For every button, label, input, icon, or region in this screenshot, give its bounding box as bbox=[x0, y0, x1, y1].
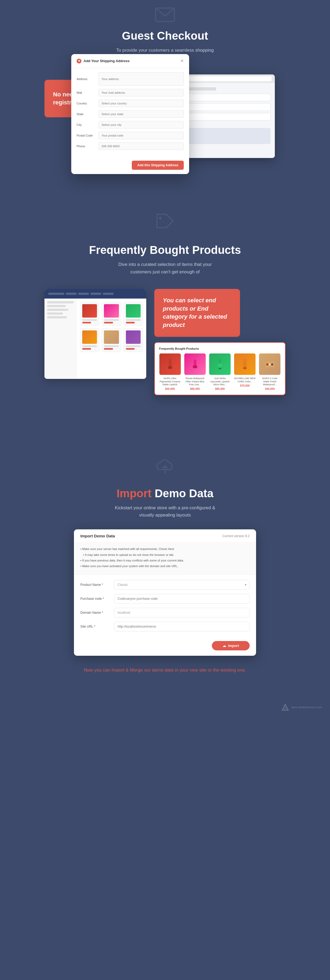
product-price-bar bbox=[82, 322, 91, 323]
country-input[interactable] bbox=[99, 100, 184, 107]
product-price-bar bbox=[126, 322, 135, 323]
phone-field-row: Phone bbox=[77, 142, 184, 150]
import-demo-subtitle: Kickstart your online store with a pre-c… bbox=[109, 504, 221, 519]
lipstick-svg bbox=[163, 358, 177, 371]
import-note-2: • If you have previous data, then it may… bbox=[80, 558, 250, 563]
site-url-row: Site URL * bbox=[80, 622, 250, 632]
product-name-3: MAYBELLINE NEW YORK Color... bbox=[234, 377, 256, 383]
product-item-4: MARS 5 Color Matte Finish Waterproof... … bbox=[259, 353, 281, 390]
sidebar-category bbox=[47, 309, 68, 311]
domain-name-input[interactable] bbox=[114, 608, 250, 617]
product-image bbox=[82, 304, 97, 318]
import-version: Current version 8.2 bbox=[222, 534, 250, 538]
product-price-bar bbox=[104, 322, 113, 323]
guest-checkout-section: Guest Checkout To provide your customers… bbox=[0, 0, 330, 206]
svg-point-15 bbox=[271, 363, 273, 366]
products-mockup: Frequently Bought Products MARS Ultra Pi… bbox=[154, 342, 285, 395]
purchase-code-label: Purchase code * bbox=[80, 597, 110, 601]
svg-point-14 bbox=[269, 363, 271, 366]
product-image bbox=[104, 304, 119, 318]
product-img-1 bbox=[184, 353, 206, 375]
phone-input[interactable] bbox=[99, 142, 184, 150]
import-rest: Demo Data bbox=[151, 487, 214, 500]
modal-footer: Add this Shipping Address bbox=[71, 158, 189, 174]
city-input[interactable] bbox=[99, 121, 184, 129]
product-price-0: $40,000 bbox=[165, 387, 175, 390]
svg-rect-10 bbox=[243, 359, 247, 368]
product-name-select-wrapper: Classic bbox=[114, 580, 250, 590]
product-image bbox=[126, 331, 140, 344]
state-input[interactable] bbox=[99, 110, 184, 118]
city-field-row: City bbox=[77, 121, 184, 129]
guest-checkout-title: Guest Checkout bbox=[122, 29, 208, 42]
state-field-row: State bbox=[77, 110, 184, 118]
product-img-3 bbox=[234, 353, 255, 375]
sidebar-category bbox=[47, 305, 65, 307]
shop-sidebar bbox=[45, 299, 77, 379]
product-item-3: MAYBELLINE NEW YORK Color... $70,000 bbox=[234, 353, 256, 390]
address-input[interactable] bbox=[99, 72, 184, 86]
import-btn-row: ☁ Import bbox=[74, 641, 256, 656]
product-item-2: Just Herbs Ayurvedic Lipstick Micro Mini… bbox=[209, 353, 231, 390]
import-form: Product Name * Classic Purchase code * D… bbox=[74, 574, 256, 641]
address-field-row: Address bbox=[77, 72, 184, 86]
frequently-bought-content: You can select end products or End categ… bbox=[45, 289, 285, 412]
product-name-1: Renee Bollywood Filter Instant Blue Fine… bbox=[184, 377, 206, 387]
import-note-1: • It may take some times to upload so do… bbox=[80, 553, 250, 557]
import-button[interactable]: ☁ Import bbox=[212, 641, 250, 651]
product-name-bar bbox=[82, 319, 97, 321]
shop-product-card bbox=[102, 302, 121, 326]
modal-body: Address Mail Country State bbox=[71, 68, 189, 158]
import-demo-section: Import Demo Data Kickstart your online s… bbox=[0, 450, 330, 700]
svg-point-11 bbox=[243, 367, 247, 369]
modal-box: ✚ Add Your Shipping Address ✕ Address Ma… bbox=[71, 54, 189, 174]
product-img-4 bbox=[259, 353, 281, 375]
site-url-label: Site URL * bbox=[80, 625, 110, 628]
postal-input[interactable] bbox=[99, 132, 184, 139]
product-name-bar bbox=[126, 345, 140, 347]
city-label: City bbox=[77, 123, 96, 126]
import-note-0: • Make sure your server has matched with… bbox=[80, 547, 250, 551]
import-mockup-container: Import Demo Data Current version 8.2 • M… bbox=[74, 529, 256, 656]
product-name-2: Just Herbs Ayurvedic Lipstick Micro Mini… bbox=[209, 377, 231, 387]
shop-product-card bbox=[102, 328, 121, 352]
sidebar-category bbox=[47, 312, 63, 315]
sidebar-category bbox=[47, 301, 74, 303]
postal-field-row: Postal Code bbox=[77, 132, 184, 139]
site-url-input[interactable] bbox=[114, 622, 250, 632]
product-price-3: $70,000 bbox=[240, 384, 250, 387]
svg-point-1 bbox=[159, 217, 161, 220]
product-item-0: MARS Ultra Pigmented Creamy Matte Lipsti… bbox=[159, 353, 181, 390]
shop-mockup-container bbox=[45, 289, 146, 412]
shop-product-card bbox=[80, 302, 99, 326]
svg-rect-2 bbox=[169, 359, 171, 367]
product-name-label: Product Name * bbox=[80, 583, 110, 587]
product-name-select[interactable]: Classic bbox=[114, 580, 250, 590]
product-name-bar bbox=[104, 319, 119, 321]
shop-nav-item bbox=[66, 293, 77, 295]
modal-close-button[interactable]: ✕ bbox=[180, 58, 184, 64]
product-image bbox=[82, 331, 97, 344]
address-label: Address bbox=[77, 77, 96, 81]
shop-product-grid bbox=[80, 302, 143, 352]
phone-label: Phone bbox=[77, 145, 96, 148]
product-img-0 bbox=[159, 353, 181, 375]
product-img-2 bbox=[209, 353, 231, 375]
add-shipping-button[interactable]: Add this Shipping Address bbox=[132, 161, 184, 170]
herbs-svg bbox=[213, 358, 226, 371]
watermark-logo-icon bbox=[281, 703, 289, 711]
product-name-row: Product Name * Classic bbox=[80, 580, 250, 590]
import-demo-title: Import Demo Data bbox=[116, 487, 214, 500]
import-notes: • Make sure your server has matched with… bbox=[74, 543, 256, 574]
products-box: Frequently Bought Products MARS Ultra Pi… bbox=[154, 342, 285, 395]
mail-field-row: Mail bbox=[77, 89, 184, 96]
product-price-1: $80,000 bbox=[190, 387, 200, 390]
freq-right-panel: You can select end products or End categ… bbox=[146, 289, 285, 412]
watermark: www.aidawelcome.com bbox=[0, 700, 330, 719]
import-btn-label: Import bbox=[228, 644, 239, 648]
purchase-code-input[interactable] bbox=[114, 594, 250, 603]
svg-rect-9 bbox=[218, 368, 221, 369]
mail-input[interactable] bbox=[99, 89, 184, 96]
product-name-0: MARS Ultra Pigmented Creamy Matte Lipsti… bbox=[159, 377, 181, 387]
svg-rect-5 bbox=[194, 360, 196, 366]
